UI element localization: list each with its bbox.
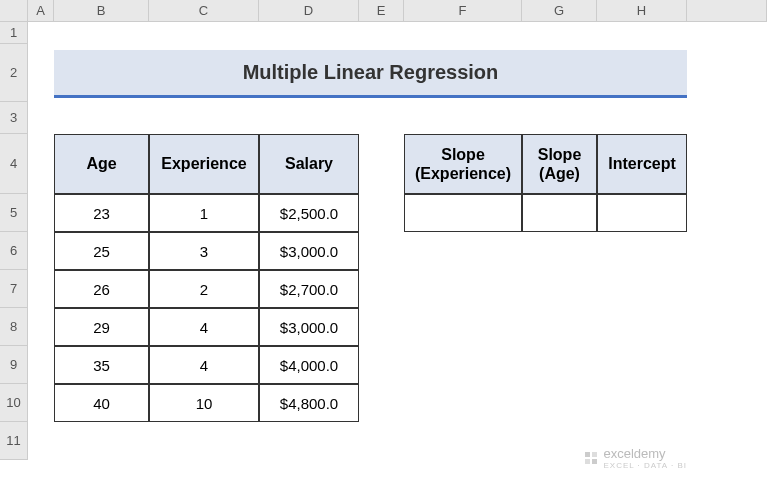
row-header-9[interactable]: 9 [0,346,28,384]
cell-age[interactable]: 40 [54,384,149,422]
col-header-D[interactable]: D [259,0,359,22]
cell-age[interactable]: 26 [54,270,149,308]
svg-rect-0 [585,452,590,457]
row-header-3[interactable]: 3 [0,102,28,134]
row-header-11[interactable]: 11 [0,422,28,460]
col-header-F[interactable]: F [404,0,522,22]
header-experience[interactable]: Experience [149,134,259,194]
header-slope-exp[interactable]: Slope (Experience) [404,134,522,194]
cell-experience[interactable]: 1 [149,194,259,232]
svg-rect-2 [585,459,590,464]
row-header-7[interactable]: 7 [0,270,28,308]
row-header-6[interactable]: 6 [0,232,28,270]
cell-salary[interactable]: $4,800.0 [259,384,359,422]
watermark-brand: exceldemy [603,446,665,461]
cell-salary[interactable]: $2,500.0 [259,194,359,232]
header-slope-age[interactable]: Slope (Age) [522,134,597,194]
cell-experience[interactable]: 10 [149,384,259,422]
cell-salary[interactable]: $2,700.0 [259,270,359,308]
svg-rect-3 [592,459,597,464]
logo-icon [583,450,599,466]
cell-age[interactable]: 35 [54,346,149,384]
cell-intercept[interactable] [597,194,687,232]
cell-experience[interactable]: 4 [149,346,259,384]
cell-experience[interactable]: 2 [149,270,259,308]
cell-experience[interactable]: 4 [149,308,259,346]
spreadsheet-grid: A B C D E F G H 1 2 Multiple Linear Regr… [0,0,767,460]
cell-slope-age[interactable] [522,194,597,232]
header-intercept[interactable]: Intercept [597,134,687,194]
cell-age[interactable]: 25 [54,232,149,270]
cell-slope-exp[interactable] [404,194,522,232]
row-header-4[interactable]: 4 [0,134,28,194]
row-header-8[interactable]: 8 [0,308,28,346]
page-title: Multiple Linear Regression [54,50,687,98]
cell-experience[interactable]: 3 [149,232,259,270]
row-header-2[interactable]: 2 [0,44,28,102]
cell-salary[interactable]: $4,000.0 [259,346,359,384]
row-header-10[interactable]: 10 [0,384,28,422]
cell-age[interactable]: 23 [54,194,149,232]
col-header-G[interactable]: G [522,0,597,22]
cell-age[interactable]: 29 [54,308,149,346]
svg-rect-1 [592,452,597,457]
row-header-1[interactable]: 1 [0,22,28,44]
row-header-5[interactable]: 5 [0,194,28,232]
cell-salary[interactable]: $3,000.0 [259,232,359,270]
col-header-A[interactable]: A [28,0,54,22]
cell-salary[interactable]: $3,000.0 [259,308,359,346]
col-header-E[interactable]: E [359,0,404,22]
header-age[interactable]: Age [54,134,149,194]
col-header-B[interactable]: B [54,0,149,22]
col-header-H[interactable]: H [597,0,687,22]
header-salary[interactable]: Salary [259,134,359,194]
select-all-corner[interactable] [0,0,28,22]
watermark-tagline: EXCEL · DATA · BI [603,461,687,470]
watermark: exceldemy EXCEL · DATA · BI [583,446,687,470]
col-header-extra[interactable] [687,0,767,22]
col-header-C[interactable]: C [149,0,259,22]
